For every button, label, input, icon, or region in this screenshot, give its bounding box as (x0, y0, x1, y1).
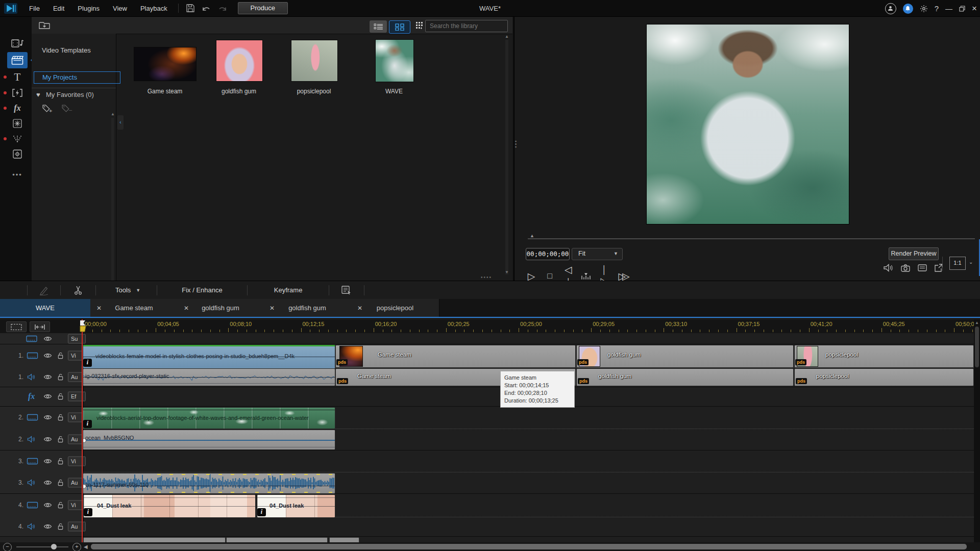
split-scissors-icon[interactable] (74, 286, 82, 295)
panel-resize-handle[interactable]: •••• (481, 274, 492, 280)
library-item-thumbnail[interactable] (291, 40, 338, 82)
eye-icon[interactable] (43, 458, 52, 464)
chevron-down-icon[interactable]: ⌄ (969, 259, 973, 265)
playhead-marker[interactable] (80, 320, 87, 335)
tree-item-my-projects[interactable]: My Projects (34, 71, 120, 84)
notifications-bell-icon[interactable] (903, 4, 913, 14)
seek-marker-button[interactable] (581, 272, 591, 280)
zoom-in-button[interactable]: + (72, 543, 81, 551)
keyframe-dot[interactable] (83, 438, 86, 443)
import-media-icon[interactable] (39, 20, 50, 30)
eye-icon[interactable] (43, 502, 52, 508)
keyframe-button[interactable]: Keyframe (274, 286, 303, 294)
eye-icon[interactable] (43, 436, 52, 442)
produce-button[interactable]: Produce (238, 2, 288, 14)
close-tab-icon[interactable]: ✕ (357, 305, 362, 312)
minimize-icon[interactable]: — (945, 5, 952, 13)
info-badge[interactable]: i (83, 420, 92, 428)
save-icon[interactable] (186, 4, 194, 12)
undock-preview-icon[interactable] (935, 264, 943, 272)
partial-clip[interactable] (83, 537, 226, 542)
settings-gear-icon[interactable] (920, 5, 928, 13)
search-input[interactable] (426, 22, 511, 30)
library-scrollbar[interactable] (505, 40, 508, 274)
sidebar-item-media[interactable] (7, 35, 28, 52)
track-label[interactable]: Ef (68, 392, 86, 402)
collapse-tree-icon[interactable]: ‹ (117, 115, 124, 130)
zoom-slider-handle[interactable] (51, 544, 57, 549)
lock-icon[interactable] (57, 414, 64, 421)
tab-popsiclepool[interactable]: ✕popsiclepool (351, 299, 439, 317)
volume-icon[interactable] (883, 264, 893, 272)
lock-icon[interactable] (57, 352, 64, 360)
menu-view[interactable]: View (106, 0, 134, 17)
track-label[interactable]: Vi (68, 456, 86, 466)
render-preview-button[interactable]: Render Preview (889, 247, 939, 260)
fit-timeline-button[interactable] (30, 321, 50, 332)
timeline-vertical-scrollbar[interactable]: ▲ (974, 319, 980, 542)
clip-summer-music-audio[interactable]: zn-1117-summer-60s-110 (83, 473, 335, 494)
lock-icon[interactable] (57, 479, 64, 487)
preview-seek-bar[interactable] (528, 238, 975, 239)
list-view-button[interactable] (370, 20, 387, 33)
clip-dust-leak-video-1[interactable]: 04_Dust leak (83, 494, 256, 518)
stop-button[interactable]: □ (544, 271, 555, 281)
sidebar-item-titles[interactable]: T (7, 69, 28, 85)
explorer-view-icon[interactable] (415, 21, 424, 30)
pixel-ratio-button[interactable]: 1:1 (949, 257, 966, 270)
close-tab-icon[interactable]: ✕ (96, 305, 102, 312)
lock-icon[interactable] (57, 457, 64, 465)
close-icon[interactable]: × (972, 4, 977, 14)
timecode-display[interactable]: 00;00;00;00 (526, 248, 570, 260)
clip-popsiclepool-audio[interactable]: pds popsiclepool (794, 368, 974, 386)
menu-file[interactable]: File (22, 0, 46, 17)
menu-playback[interactable]: Playback (134, 0, 174, 17)
eye-icon[interactable] (43, 393, 52, 399)
scrollbar-thumb[interactable] (975, 327, 979, 367)
scroll-up-icon[interactable]: ▲ (111, 112, 115, 116)
redo-icon[interactable] (218, 5, 227, 12)
horizontal-scrollbar-thumb[interactable] (91, 544, 967, 549)
tab-wave[interactable]: WAVE (0, 299, 91, 317)
scroll-left-icon[interactable]: ◀ (84, 544, 88, 549)
eye-icon[interactable] (43, 374, 52, 380)
eye-icon[interactable] (43, 414, 52, 420)
tab-game-steam[interactable]: ✕Game steam (90, 299, 178, 317)
media-info-icon[interactable] (918, 264, 927, 271)
scroll-up-icon[interactable]: ▲ (505, 34, 509, 39)
tab-goldfish-gum-1[interactable]: ✕goldfish gum (178, 299, 264, 317)
tree-item-favorites[interactable]: My Favorites (0) (46, 91, 94, 98)
clip-game-steam-video[interactable]: pds Game steam (335, 345, 576, 368)
clip-goldfish-gum-video[interactable]: pds goldfish gum (576, 345, 794, 368)
info-badge[interactable]: i (84, 508, 92, 516)
clip-ocean-audio[interactable]: ocean_MybB5GNO (83, 430, 335, 450)
menu-edit[interactable]: Edit (46, 0, 71, 17)
partial-clip[interactable] (329, 537, 359, 542)
help-icon[interactable]: ? (935, 4, 939, 13)
lock-icon[interactable] (57, 523, 64, 531)
grid-view-button[interactable] (389, 20, 410, 34)
library-item-thumbnail[interactable] (134, 47, 197, 81)
tab-goldfish-gum-2[interactable]: ✕goldfish gum (263, 299, 352, 317)
info-badge[interactable]: i (83, 359, 92, 367)
timeline-ruler[interactable]: 00;00;0000;04;0500;08;1000;12;1500;16;20… (0, 319, 980, 334)
clip-goldfish-gum-audio[interactable]: pds goldfish gum (576, 368, 794, 386)
script-panel-icon[interactable] (341, 286, 352, 295)
sidebar-item-masking[interactable] (7, 146, 28, 162)
clip-dust-leak-video-2[interactable]: 04_Dust leak (257, 494, 335, 518)
clip-ocean-video[interactable]: videoblocks-aerial-top-down-footage-of-w… (83, 407, 335, 429)
restore-icon[interactable] (959, 6, 965, 12)
library-item-thumbnail[interactable] (216, 40, 263, 82)
lock-icon[interactable] (57, 393, 64, 400)
close-tab-icon[interactable]: ✕ (184, 305, 189, 312)
tree-item-video-templates[interactable]: Video Templates (42, 46, 91, 54)
design-pen-icon[interactable] (39, 285, 49, 295)
eye-icon[interactable] (43, 353, 52, 359)
playhead-line[interactable] (82, 319, 83, 542)
info-badge[interactable]: i (257, 508, 266, 516)
eye-icon[interactable] (43, 480, 52, 486)
zoom-out-button[interactable]: − (3, 543, 12, 551)
snapshot-camera-icon[interactable] (901, 264, 910, 272)
lock-icon[interactable] (57, 436, 64, 443)
track-label[interactable]: Au (68, 522, 86, 532)
